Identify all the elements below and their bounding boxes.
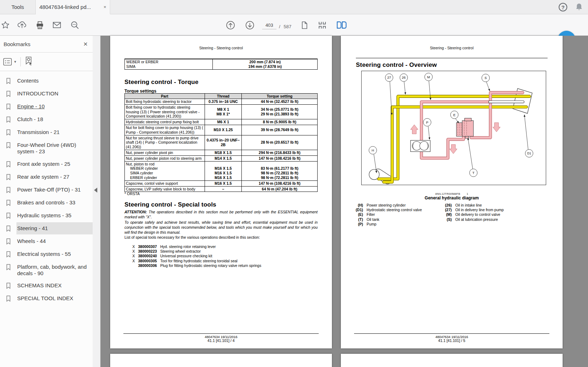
tool-row: X380000223Steering wheel extractor bbox=[132, 249, 261, 254]
bookmarks-list: Contents INTRODUCTION Engine - 10 Clutch… bbox=[0, 71, 93, 305]
attention-text-2: To operate safely and achieve best resul… bbox=[124, 220, 318, 234]
bookmark-ribbon-icon bbox=[0, 209, 16, 219]
bookmark-item-wheels[interactable]: Wheels - 44 bbox=[0, 235, 93, 248]
pdf-toolbar: / 587 bbox=[0, 14, 588, 36]
bookmark-item-pto[interactable]: Power Take-Off (PTO) - 31 bbox=[0, 184, 93, 197]
bookmarks-panel: Bookmarks × ▼ Contents INTRODUCTION bbox=[0, 36, 93, 367]
bookmark-item-steering[interactable]: Steering - 41 bbox=[0, 222, 93, 235]
pdf-page-next-left bbox=[110, 354, 332, 367]
pdf-page-next-right bbox=[341, 354, 563, 367]
page-number-field[interactable] bbox=[262, 21, 276, 30]
page-fit-layout-icon[interactable] bbox=[317, 14, 328, 36]
callout-H: H bbox=[372, 148, 374, 152]
orsta-footnote: * ORSTA bbox=[124, 192, 139, 196]
single-page-view-icon[interactable] bbox=[299, 14, 310, 36]
bookmarks-options-icon[interactable]: ▼ bbox=[3, 58, 17, 66]
bookmark-ribbon-icon bbox=[0, 171, 16, 180]
tab-close-icon[interactable]: × bbox=[103, 4, 106, 10]
special-tools-title: Steering control - Special tools bbox=[124, 201, 216, 208]
tab-bar: Tools 48047634-linked pd... × bbox=[0, 0, 588, 14]
page-separator: / bbox=[279, 24, 280, 29]
callout-D1: D1 bbox=[527, 152, 531, 155]
bookmark-item-introduction[interactable]: INTRODUCTION bbox=[0, 88, 93, 100]
bookmark-ribbon-icon bbox=[0, 222, 16, 232]
bookmark-item-contents[interactable]: Contents bbox=[0, 75, 93, 88]
bookmark-ribbon-icon bbox=[0, 279, 16, 289]
tab-tools[interactable]: Tools bbox=[0, 0, 36, 14]
bookmark-item-brakes[interactable]: Brakes and controls - 33 bbox=[0, 197, 93, 209]
toolbar-divider bbox=[20, 57, 21, 66]
pdf-view-area[interactable]: Steering - Steering control WEBER or ERB… bbox=[101, 36, 588, 367]
next-page-button[interactable] bbox=[244, 14, 255, 36]
spec-values: 200 mm (7.874 in) 194 mm (7.6378 in) bbox=[212, 59, 317, 69]
callout-27: 27 bbox=[387, 75, 391, 79]
bookmark-ribbon-icon bbox=[0, 100, 16, 110]
attention-text: The operations described in this section… bbox=[124, 210, 318, 219]
footer-rule bbox=[123, 333, 319, 334]
locate-bookmark-icon[interactable] bbox=[24, 56, 34, 67]
table-row: Bolt fixing cover to hydrostatic steerin… bbox=[125, 104, 318, 119]
legend-column-left: (H)Power steering cylinder (D1)Hydrostat… bbox=[351, 203, 422, 227]
two-page-view-icon[interactable] bbox=[336, 14, 347, 36]
figure-ref-code: ANIL12TR00588FB bbox=[435, 192, 460, 195]
search-zoom-icon[interactable] bbox=[69, 14, 80, 36]
hydraulic-diagram: 27 26 M S P E H T D1 bbox=[362, 71, 546, 185]
bookmark-item-4wd-system[interactable]: Four-Wheel Drive (4WD) system - 23 bbox=[0, 139, 93, 158]
pump-shape bbox=[411, 140, 430, 152]
bookmark-item-hydraulic[interactable]: Hydraulic systems - 35 bbox=[0, 209, 93, 222]
special-tools-list: X380000307Hyd. steering rotor retaining … bbox=[132, 244, 261, 268]
print-icon[interactable] bbox=[34, 14, 45, 36]
bookmark-item-clutch[interactable]: Clutch - 18 bbox=[0, 113, 93, 126]
notifications-bell-icon[interactable] bbox=[575, 3, 583, 11]
bookmarks-close-icon[interactable]: × bbox=[83, 40, 88, 48]
bookmark-ribbon-icon bbox=[0, 158, 16, 168]
oil-pipes bbox=[379, 93, 530, 182]
bookmark-item-engine[interactable]: Engine - 10 bbox=[0, 100, 93, 113]
bookmark-item-electrical[interactable]: Electrical systems - 55 bbox=[0, 248, 93, 261]
bookmark-item-transmission[interactable]: Transmission - 21 bbox=[0, 126, 93, 139]
tool-row: X380000240Universal pressure checking ki… bbox=[132, 254, 261, 258]
table-row: Capscrew, contol valve supportM16 X 1.51… bbox=[125, 180, 318, 186]
bookmark-item-front-axle[interactable]: Front axle system - 25 bbox=[0, 158, 93, 171]
bookmark-ribbon-icon bbox=[0, 197, 16, 206]
filter-block-shape bbox=[456, 118, 474, 138]
tab-document[interactable]: 48047634-linked pd... × bbox=[36, 0, 110, 14]
table-row: Nut for bolt fixing cover to pump housin… bbox=[125, 125, 318, 135]
torque-section-title: Steering control - Torque bbox=[124, 79, 199, 86]
help-icon[interactable]: ? bbox=[559, 3, 567, 11]
spec-models: WEBER or ERBER SIMA bbox=[125, 59, 212, 69]
footer-page-info: 41.1 [41.101] / 5 bbox=[341, 338, 563, 343]
bookmark-ribbon-icon bbox=[0, 235, 16, 245]
email-icon[interactable] bbox=[52, 14, 62, 36]
column-header-thread: Thread bbox=[205, 94, 242, 99]
torque-subtitle: Torque settings bbox=[124, 89, 156, 94]
figure-caption: General hydraulic diagram bbox=[341, 195, 563, 200]
attention-label: ATTENTION: bbox=[124, 210, 147, 214]
bookmark-ribbon-icon bbox=[0, 88, 16, 97]
bookmark-ribbon-icon bbox=[0, 126, 16, 136]
table-header-row: Part Thread Torque setting bbox=[125, 94, 318, 99]
bookmark-item-schemas-index[interactable]: SCHEMAS INDEX bbox=[0, 279, 93, 292]
bookmark-ribbon-icon bbox=[0, 139, 16, 149]
torque-settings-table: Part Thread Torque setting Bolt fixing h… bbox=[124, 93, 318, 192]
header-rule bbox=[356, 58, 548, 58]
table-row: Nut, power cylinder pivot pinM18 X 1.529… bbox=[125, 150, 318, 155]
collapse-sidebar-icon[interactable] bbox=[94, 188, 97, 193]
share-upload-icon[interactable] bbox=[16, 14, 27, 36]
tool-row: 380000306Plug for fitting hydrostatic st… bbox=[132, 263, 261, 268]
favorite-star-icon[interactable] bbox=[0, 14, 11, 36]
table-row: Nut for securing thrust sleeve to pump d… bbox=[125, 135, 318, 150]
page-number-input[interactable] bbox=[262, 21, 276, 29]
bookmark-ribbon-icon bbox=[0, 113, 16, 123]
tab-tools-label: Tools bbox=[11, 4, 24, 10]
bookmark-item-rear-axle[interactable]: Rear axle system - 27 bbox=[0, 171, 93, 184]
bookmarks-title: Bookmarks bbox=[4, 41, 30, 47]
callout-T: T bbox=[472, 171, 475, 175]
bookmark-item-platform-cab[interactable]: Platform, cab, bodywork, and decals - 90 bbox=[0, 261, 93, 280]
callout-E: E bbox=[453, 113, 455, 117]
bookmark-item-special-tool-index[interactable]: SPECIAL TOOL INDEX bbox=[0, 292, 93, 305]
sidebar-rail bbox=[93, 36, 101, 367]
callout-26: 26 bbox=[402, 75, 406, 79]
previous-page-button[interactable] bbox=[225, 14, 236, 36]
steering-spec-table: WEBER or ERBER SIMA 200 mm (7.874 in) 19… bbox=[124, 59, 318, 70]
